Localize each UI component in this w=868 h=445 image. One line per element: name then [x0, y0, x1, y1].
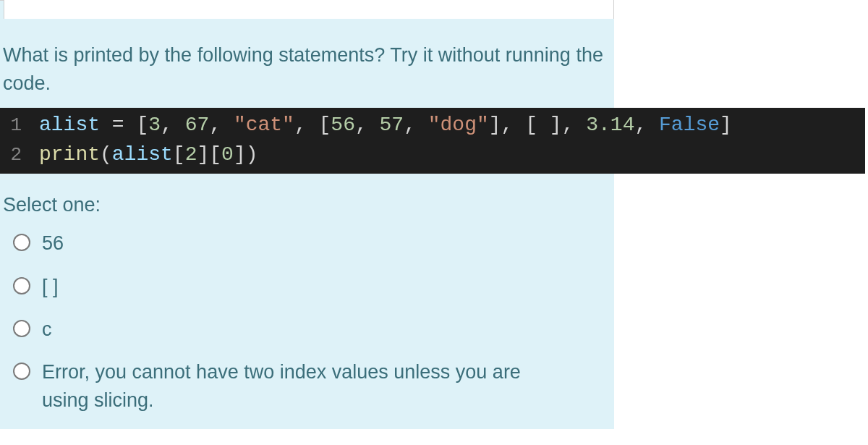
question-prompt: What is printed by the following stateme… [0, 28, 614, 108]
code-content: print(alist[2][0]) [39, 140, 258, 170]
option-row[interactable]: [ ] [3, 266, 611, 308]
option-label: c [42, 315, 52, 344]
panel-top-border [4, 0, 614, 19]
option-row[interactable]: 56 [3, 222, 611, 265]
options-list: 56 [ ] c Error, you cannot have two inde… [0, 222, 614, 429]
line-number: 1 [0, 112, 39, 140]
select-one-label: Select one: [0, 174, 614, 222]
code-content: alist = [3, 67, "cat", [56, 57, "dog"], … [39, 111, 732, 140]
option-row[interactable]: Error, you cannot have two index values … [3, 351, 611, 422]
radio-button[interactable] [13, 277, 30, 294]
option-label: Error, you cannot have two index values … [42, 358, 563, 415]
code-line-2: 2 print(alist[2][0]) [0, 140, 865, 170]
radio-button[interactable] [13, 320, 30, 337]
code-block: 1 alist = [3, 67, "cat", [56, 57, "dog"]… [0, 108, 865, 174]
radio-button[interactable] [13, 363, 30, 380]
option-label: [ ] [42, 273, 59, 301]
option-row[interactable]: c [3, 308, 611, 351]
question-panel: What is printed by the following stateme… [0, 0, 614, 429]
line-number: 2 [0, 142, 39, 169]
radio-button[interactable] [13, 234, 30, 251]
question-container: What is printed by the following stateme… [0, 28, 614, 429]
option-label: 56 [42, 229, 64, 258]
code-line-1: 1 alist = [3, 67, "cat", [56, 57, "dog"]… [0, 111, 865, 140]
